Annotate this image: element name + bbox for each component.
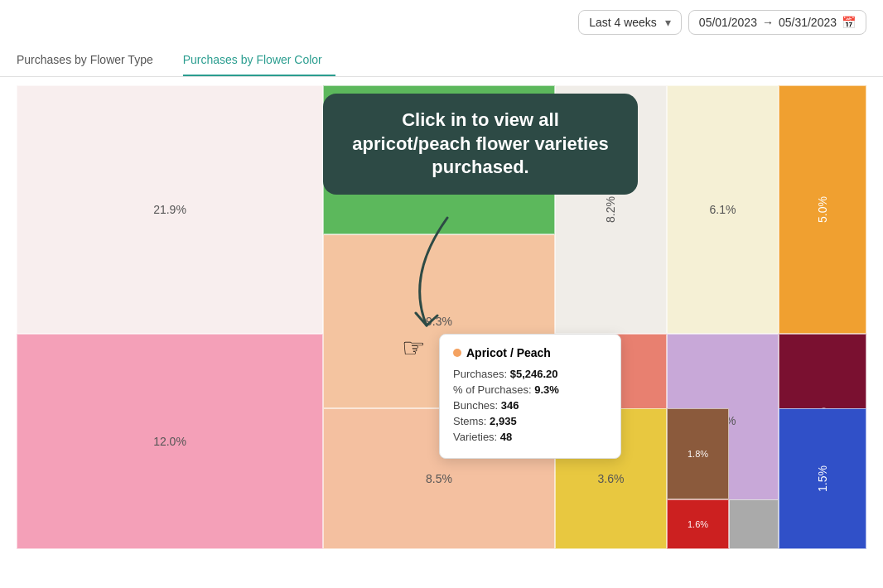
cell-label: 1.5% — [815, 465, 830, 492]
tab-flower-type[interactable]: Purchases by Flower Type — [17, 45, 166, 76]
treemap-cell[interactable]: 12.0% — [17, 334, 323, 549]
cell-label: 21.9% — [153, 202, 186, 217]
tooltip-popup: Apricot / Peach Purchases: $5,246.20 % o… — [439, 334, 621, 459]
cell-label: 6.1% — [710, 202, 736, 217]
tab-flower-color[interactable]: Purchases by Flower Color — [183, 45, 335, 76]
calendar-icon: 📅 — [842, 16, 856, 29]
treemap-cell[interactable]: 1.8% — [667, 408, 729, 499]
date-range-display: 05/01/2023 → 05/31/2023 📅 — [688, 10, 866, 35]
treemap-cell[interactable]: 21.9% — [17, 85, 323, 334]
filter-label: Last 4 weeks — [589, 16, 657, 29]
date-start: 05/01/2023 — [699, 16, 757, 29]
cell-label: 8.5% — [426, 471, 452, 486]
tooltip-varieties: Varieties: 48 — [453, 431, 607, 443]
treemap-cell[interactable]: 5.0% — [779, 85, 866, 334]
cursor-hand-icon: ☞ — [402, 332, 426, 364]
tooltip-pct: % of Purchases: 9.3% — [453, 383, 607, 396]
tooltip-bunches: Bunches: 346 — [453, 399, 607, 412]
date-arrow-icon: → — [762, 16, 774, 29]
tooltip-color-dot — [453, 349, 461, 357]
treemap-cell[interactable]: 1.5% — [779, 408, 866, 549]
treemap-cell[interactable]: 1.6% — [667, 499, 729, 549]
cell-label: 1.8% — [688, 448, 708, 460]
cell-label: 8.2% — [603, 196, 618, 223]
header: Last 4 weeks ▾ 05/01/2023 → 05/31/2023 📅 — [0, 0, 883, 45]
arrow-icon — [381, 210, 480, 342]
tabs-container: Purchases by Flower Type Purchases by Fl… — [0, 45, 883, 77]
treemap-cell[interactable] — [729, 499, 779, 549]
date-filter-dropdown[interactable]: Last 4 weeks ▾ — [578, 10, 682, 35]
callout-bubble: Click in to view all apricot/peach flowe… — [323, 94, 638, 195]
date-end: 05/31/2023 — [779, 16, 837, 29]
chart-area: 21.9%9.7%8.2%6.1%5.0%9.3%12.0%4.5%3.6%2.… — [17, 85, 866, 549]
tooltip-purchases: Purchases: $5,246.20 — [453, 368, 607, 380]
cell-label: 5.0% — [815, 196, 830, 223]
cell-label: 3.6% — [598, 471, 625, 486]
tooltip-title: Apricot / Peach — [453, 346, 607, 359]
tooltip-stems: Stems: 2,935 — [453, 415, 607, 427]
cell-label: 12.0% — [153, 434, 186, 449]
treemap-cell[interactable]: 6.1% — [667, 85, 779, 334]
cell-label: 1.6% — [688, 518, 708, 530]
chevron-down-icon: ▾ — [665, 16, 671, 29]
